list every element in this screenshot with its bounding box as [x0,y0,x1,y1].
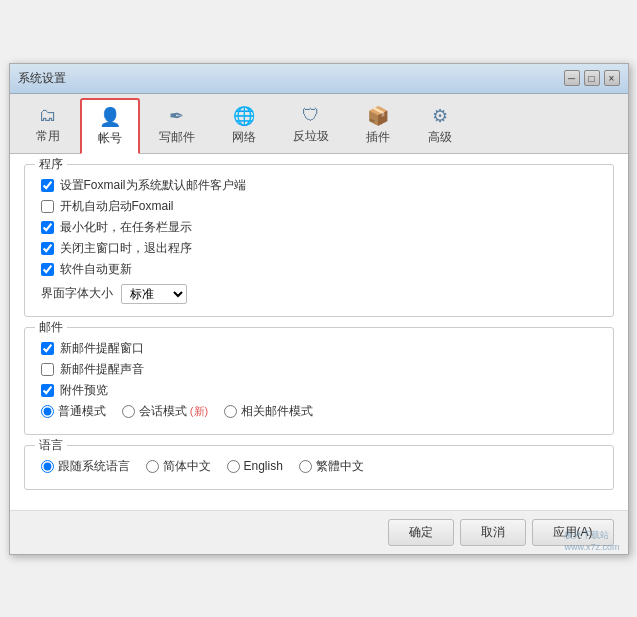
tab-plugin-label: 插件 [366,129,390,146]
tab-network[interactable]: 🌐 网络 [214,98,274,153]
title-bar: 系统设置 ─ □ × [10,64,628,94]
view-mode-row: 普通模式 会话模式 (新) 相关邮件模式 [37,403,601,420]
tab-antispam-label: 反垃圾 [293,128,329,145]
maximize-button[interactable]: □ [584,70,600,86]
radio-item-session: 会话模式 (新) [122,403,209,420]
checkbox-row-default-client: 设置Foxmail为系统默认邮件客户端 [37,177,601,194]
footer: 确定 取消 应用(A) [10,510,628,554]
font-size-select[interactable]: 小 标准 大 [121,284,187,304]
radio-item-follow-system: 跟随系统语言 [41,458,130,475]
radio-english[interactable] [227,460,240,473]
mail-section: 邮件 新邮件提醒窗口 新邮件提醒声音 附件预览 普通模式 [24,327,614,435]
cancel-button[interactable]: 取消 [460,519,526,546]
checkbox-row-exit-on-close: 关闭主窗口时，退出程序 [37,240,601,257]
label-related-mode: 相关邮件模式 [241,403,313,420]
radio-item-simplified-chinese: 简体中文 [146,458,211,475]
checkbox-new-mail-sound[interactable] [41,363,54,376]
tab-common[interactable]: 🗂 常用 [18,98,78,153]
radio-item-related: 相关邮件模式 [224,403,313,420]
mail-section-title: 邮件 [35,319,67,336]
footer-wrapper: 确定 取消 应用(A) 极光下载站www.x7z.com [10,510,628,554]
checkbox-minimize-tray[interactable] [41,221,54,234]
tab-advanced[interactable]: ⚙ 高级 [410,98,470,153]
tab-bar: 🗂 常用 👤 帐号 ✒ 写邮件 🌐 网络 🛡 反垃圾 📦 插件 ⚙ 高级 [10,94,628,154]
window-controls: ─ □ × [564,70,620,86]
label-normal-mode: 普通模式 [58,403,106,420]
radio-normal-mode[interactable] [41,405,54,418]
radio-traditional-chinese[interactable] [299,460,312,473]
radio-item-traditional-chinese: 繁體中文 [299,458,364,475]
label-simplified-chinese: 简体中文 [163,458,211,475]
label-exit-on-close: 关闭主窗口时，退出程序 [60,240,192,257]
common-icon: 🗂 [39,105,57,126]
account-icon: 👤 [99,106,121,128]
checkbox-row-auto-update: 软件自动更新 [37,261,601,278]
label-new-mail-sound: 新邮件提醒声音 [60,361,144,378]
tab-compose-label: 写邮件 [159,129,195,146]
tab-advanced-label: 高级 [428,129,452,146]
label-minimize-tray: 最小化时，在任务栏显示 [60,219,192,236]
label-attachment-preview: 附件预览 [60,382,108,399]
session-new-badge: (新) [190,405,208,417]
checkbox-new-mail-popup[interactable] [41,342,54,355]
radio-simplified-chinese[interactable] [146,460,159,473]
label-auto-update: 软件自动更新 [60,261,132,278]
radio-follow-system[interactable] [41,460,54,473]
program-section: 程序 设置Foxmail为系统默认邮件客户端 开机自动启动Foxmail 最小化… [24,164,614,317]
tab-antispam[interactable]: 🛡 反垃圾 [276,98,346,153]
label-english: English [244,459,283,473]
radio-session-mode[interactable] [122,405,135,418]
radio-item-english: English [227,459,283,473]
label-default-client: 设置Foxmail为系统默认邮件客户端 [60,177,246,194]
tab-account[interactable]: 👤 帐号 [80,98,140,154]
checkbox-attachment-preview[interactable] [41,384,54,397]
label-traditional-chinese: 繁體中文 [316,458,364,475]
checkbox-row-attachment-preview: 附件预览 [37,382,601,399]
plugin-icon: 📦 [367,105,389,127]
label-new-mail-popup: 新邮件提醒窗口 [60,340,144,357]
checkbox-exit-on-close[interactable] [41,242,54,255]
antispam-icon: 🛡 [302,105,320,126]
tab-plugin[interactable]: 📦 插件 [348,98,408,153]
close-button[interactable]: × [604,70,620,86]
checkbox-row-new-mail-sound: 新邮件提醒声音 [37,361,601,378]
label-follow-system: 跟随系统语言 [58,458,130,475]
language-section: 语言 跟随系统语言 简体中文 English [24,445,614,490]
mail-section-content: 新邮件提醒窗口 新邮件提醒声音 附件预览 普通模式 [37,340,601,420]
window-title: 系统设置 [18,70,66,87]
tab-common-label: 常用 [36,128,60,145]
program-section-title: 程序 [35,156,67,173]
checkbox-row-auto-start: 开机自动启动Foxmail [37,198,601,215]
compose-icon: ✒ [169,105,184,127]
font-size-label: 界面字体大小 [41,285,113,302]
label-auto-start: 开机自动启动Foxmail [60,198,174,215]
checkbox-row-new-mail-popup: 新邮件提醒窗口 [37,340,601,357]
minimize-button[interactable]: ─ [564,70,580,86]
watermark: 极光下载站www.x7z.com [564,529,619,552]
language-section-title: 语言 [35,437,67,454]
checkbox-auto-start[interactable] [41,200,54,213]
checkbox-row-minimize-tray: 最小化时，在任务栏显示 [37,219,601,236]
tab-network-label: 网络 [232,129,256,146]
tab-account-label: 帐号 [98,130,122,147]
checkbox-auto-update[interactable] [41,263,54,276]
language-section-content: 跟随系统语言 简体中文 English 繁體中文 [37,458,601,475]
advanced-icon: ⚙ [432,105,448,127]
network-icon: 🌐 [233,105,255,127]
tab-compose[interactable]: ✒ 写邮件 [142,98,212,153]
content-area: 程序 设置Foxmail为系统默认邮件客户端 开机自动启动Foxmail 最小化… [10,154,628,510]
font-size-row: 界面字体大小 小 标准 大 [37,284,601,304]
radio-item-normal: 普通模式 [41,403,106,420]
settings-window: 系统设置 ─ □ × 🗂 常用 👤 帐号 ✒ 写邮件 🌐 网络 🛡 反垃圾 [9,63,629,555]
language-options-row: 跟随系统语言 简体中文 English 繁體中文 [37,458,601,475]
ok-button[interactable]: 确定 [388,519,454,546]
checkbox-default-client[interactable] [41,179,54,192]
program-section-content: 设置Foxmail为系统默认邮件客户端 开机自动启动Foxmail 最小化时，在… [37,177,601,304]
radio-related-mode[interactable] [224,405,237,418]
label-session-mode: 会话模式 (新) [139,403,209,420]
